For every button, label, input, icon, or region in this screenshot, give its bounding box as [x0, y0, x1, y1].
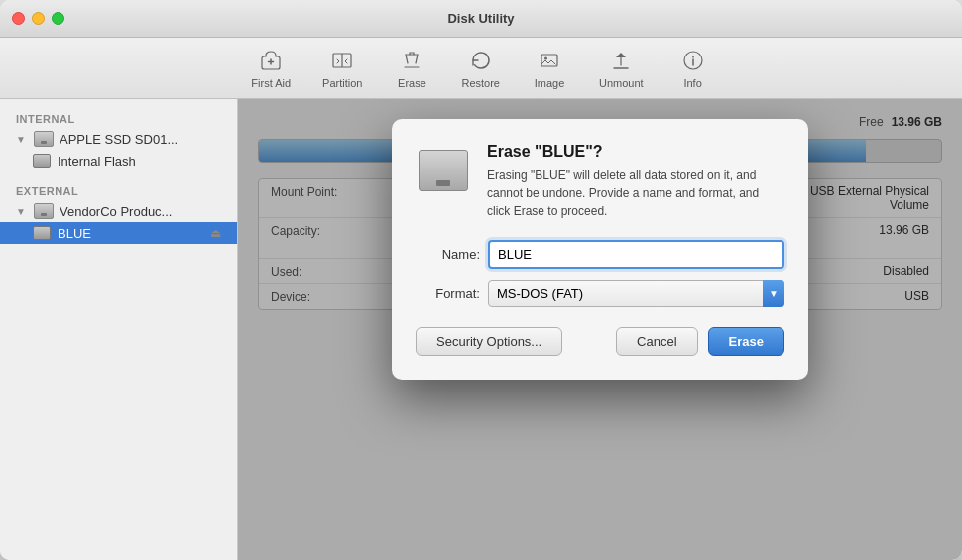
name-form-row: Name:: [416, 240, 784, 269]
restore-label: Restore: [461, 77, 500, 89]
format-label: Format:: [416, 286, 480, 301]
maximize-button[interactable]: [52, 12, 64, 25]
modal-buttons: Security Options... Cancel Erase: [416, 327, 784, 356]
svg-point-3: [544, 57, 547, 60]
erase-dialog: Erase "BLUE"? Erasing "BLUE" will delete…: [392, 119, 808, 380]
format-select[interactable]: MS-DOS (FAT) ExFAT Mac OS Extended (Jour…: [488, 280, 784, 307]
toolbar: First Aid Partition Erase: [0, 38, 962, 99]
partition-label: Partition: [322, 77, 362, 89]
flash-icon: [32, 153, 52, 168]
sidebar-item-internal-flash[interactable]: Internal Flash: [0, 150, 237, 171]
chevron-down-icon-vendorco: ▼: [16, 206, 28, 217]
drive-icon: [34, 131, 54, 147]
modal-overlay: Erase "BLUE"? Erasing "BLUE" will delete…: [238, 99, 962, 560]
right-panel: Free 13.96 GB Mount Point: /Volumes/BLUE: [238, 99, 962, 560]
restore-button[interactable]: Restore: [449, 41, 512, 95]
format-select-wrapper: MS-DOS (FAT) ExFAT Mac OS Extended (Jour…: [488, 280, 784, 307]
blue-flash-icon: [32, 225, 52, 241]
sidebar-item-apple-ssd[interactable]: ▼ APPLE SSD SD01...: [0, 128, 237, 150]
app-window: Disk Utility First Aid Partition: [0, 0, 962, 560]
first-aid-label: First Aid: [251, 77, 291, 89]
sidebar: Internal ▼ APPLE SSD SD01... Internal Fl…: [0, 99, 238, 560]
info-button[interactable]: Info: [663, 41, 723, 95]
window-title: Disk Utility: [447, 11, 514, 26]
info-label: Info: [683, 77, 701, 89]
erase-button[interactable]: Erase: [382, 41, 441, 95]
erase-icon: [398, 47, 425, 74]
partition-button[interactable]: Partition: [310, 41, 374, 95]
chevron-down-icon: ▼: [16, 134, 28, 145]
erase-label: Erase: [398, 77, 426, 89]
traffic-lights: [12, 12, 64, 25]
name-input[interactable]: [488, 240, 784, 269]
unmount-icon: [607, 47, 635, 74]
format-form-row: Format: MS-DOS (FAT) ExFAT Mac OS Extend…: [416, 280, 784, 307]
security-options-button[interactable]: Security Options...: [416, 327, 562, 356]
vendorco-drive-icon: [34, 203, 54, 219]
apple-ssd-label: APPLE SSD SD01...: [60, 132, 178, 147]
modal-header: Erase "BLUE"? Erasing "BLUE" will delete…: [416, 143, 784, 220]
image-label: Image: [535, 77, 565, 89]
disk-image: [419, 150, 468, 191]
modal-title-area: Erase "BLUE"? Erasing "BLUE" will delete…: [487, 143, 784, 220]
sidebar-item-blue[interactable]: BLUE ⏏: [0, 222, 237, 244]
image-button[interactable]: Image: [520, 41, 579, 95]
unmount-label: Unmount: [599, 77, 644, 89]
first-aid-icon: [257, 47, 285, 74]
name-label: Name:: [416, 247, 480, 262]
close-button[interactable]: [12, 12, 25, 25]
info-icon: [679, 47, 707, 74]
cancel-button[interactable]: Cancel: [616, 327, 697, 356]
sidebar-internal-label: Internal: [0, 107, 237, 128]
partition-icon: [328, 47, 356, 74]
first-aid-button[interactable]: First Aid: [239, 41, 302, 95]
modal-description: Erasing "BLUE" will delete all data stor…: [487, 167, 784, 220]
sidebar-external-label: External: [0, 179, 237, 200]
sidebar-item-vendorco[interactable]: ▼ VendorCo Produc...: [0, 200, 237, 222]
vendorco-label: VendorCo Produc...: [60, 204, 172, 219]
restore-icon: [467, 47, 495, 74]
unmount-button[interactable]: Unmount: [587, 41, 656, 95]
modal-title: Erase "BLUE"?: [487, 143, 784, 161]
blue-label: BLUE: [58, 226, 91, 241]
eject-icon[interactable]: ⏏: [210, 226, 221, 240]
internal-flash-label: Internal Flash: [58, 154, 136, 168]
minimize-button[interactable]: [32, 12, 45, 25]
title-bar: Disk Utility: [0, 0, 962, 38]
disk-icon: [416, 143, 471, 198]
main-content: Internal ▼ APPLE SSD SD01... Internal Fl…: [0, 99, 962, 560]
erase-button[interactable]: Erase: [708, 327, 784, 356]
image-icon: [536, 47, 563, 74]
